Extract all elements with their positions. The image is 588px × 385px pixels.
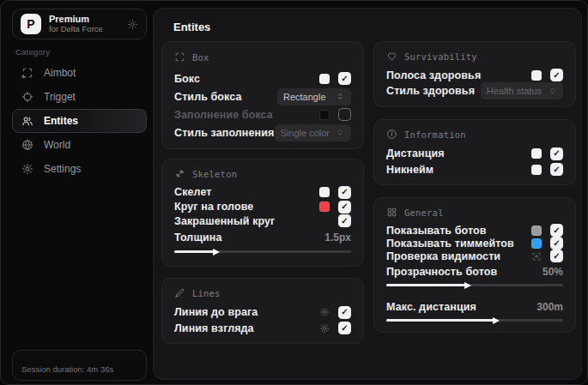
slider-fill — [386, 284, 466, 286]
check-icon: ✓ — [553, 71, 560, 80]
sidebar-nav: Aimbot Trigget Entites World Settings — [12, 61, 147, 181]
check-icon: ✓ — [553, 226, 560, 235]
sidebar-item-settings[interactable]: Settings — [12, 157, 147, 181]
slider-thumb[interactable] — [464, 282, 471, 289]
bots-opacity-slider[interactable] — [386, 284, 563, 286]
setting-row-enemy-line: Линия до врага ✓ — [174, 304, 351, 320]
checkbox[interactable]: ✓ — [338, 322, 351, 334]
section-title: Survivability — [404, 51, 477, 62]
sidebar-item-aimbot[interactable]: Aimbot — [12, 61, 147, 85]
checkbox[interactable]: ✓ — [338, 72, 351, 85]
setting-label: Скелет — [174, 186, 212, 198]
check-icon: ✓ — [553, 239, 560, 248]
main-panel: Entites Box Бокс ✓ Стиль бокса Rectangle — [153, 8, 582, 380]
color-swatch[interactable] — [531, 70, 542, 81]
section-box: Box Бокс ✓ Стиль бокса Rectangle Заполне… — [161, 41, 364, 149]
page-title: Entites — [173, 21, 210, 33]
thickness-slider-group: Толщина 1.5px — [174, 228, 351, 259]
dropdown-value: Single color — [281, 128, 330, 138]
check-icon: ✓ — [341, 202, 348, 211]
sidebar-item-trigget[interactable]: Trigget — [12, 85, 147, 109]
brand-title: Premium — [49, 14, 119, 25]
slider-value: 300m — [536, 301, 563, 313]
checkbox[interactable]: ✓ — [338, 201, 351, 214]
section-box-header: Box — [174, 51, 351, 63]
gear-icon[interactable] — [127, 19, 138, 30]
setting-row-bots-opacity: Прозрачность ботов 50% — [386, 262, 563, 280]
sidebar-item-label: Settings — [44, 163, 81, 175]
setting-row-show-teammates: Показывать тиммейтов ✓ — [386, 237, 563, 250]
setting-label: Закрашенный круг — [174, 215, 275, 227]
sidebar-item-world[interactable]: World — [12, 133, 147, 157]
scan-eye-icon[interactable] — [531, 251, 542, 262]
check-icon: ✓ — [341, 308, 348, 316]
color-swatch[interactable] — [319, 74, 330, 84]
check-icon: ✓ — [341, 217, 348, 226]
color-swatch[interactable] — [319, 187, 330, 197]
chevrons-up-down-icon — [336, 92, 345, 101]
checkbox[interactable]: ✓ — [550, 250, 563, 262]
section-title: General — [404, 208, 444, 218]
checkbox[interactable]: ✓ — [550, 69, 563, 81]
check-icon: ✓ — [553, 165, 560, 174]
fill-style-dropdown[interactable]: Single color — [275, 124, 351, 141]
checkbox[interactable]: ✓ — [550, 147, 563, 160]
checkbox[interactable]: ✓ — [338, 186, 351, 199]
max-distance-slider[interactable] — [386, 319, 563, 322]
app-window: P Premium for Delta Force Category Aimbo… — [0, 0, 588, 385]
checkbox[interactable]: ✓ — [338, 306, 351, 319]
setting-label: Бокс — [174, 73, 200, 85]
color-swatch[interactable] — [531, 148, 542, 159]
check-icon: ✓ — [341, 324, 348, 333]
checkbox[interactable]: ✓ — [338, 214, 351, 227]
crosshair-icon — [21, 91, 33, 103]
setting-row-distance: Дистанция ✓ — [386, 146, 563, 161]
setting-row-head-circle: Круг на голове ✓ — [174, 200, 351, 214]
chevrons-up-down-icon — [548, 87, 557, 96]
brand-card: P Premium for Delta Force — [12, 9, 147, 39]
sidebar-item-label: World — [44, 139, 70, 151]
setting-label: Линия взгляда — [174, 322, 254, 334]
sidebar-item-entites[interactable]: Entites — [12, 109, 147, 133]
checkbox[interactable]: ✓ — [550, 224, 563, 237]
sidebar-item-label: Entites — [44, 115, 78, 127]
slider-thumb[interactable] — [213, 249, 220, 256]
setting-label: Проверка видимости — [386, 250, 500, 262]
section-title: Lines — [192, 288, 221, 298]
setting-row-view-line: Линия взгляда ✓ — [174, 321, 351, 336]
color-swatch[interactable] — [531, 238, 542, 249]
section-title: Information — [404, 129, 466, 140]
setting-label: Показывать ботов — [386, 225, 487, 237]
section-skeleton: Skeleton Скелет ✓ Круг на голове ✓ Закра… — [161, 159, 364, 267]
gear-icon — [21, 163, 33, 175]
slider-value: 1.5px — [324, 232, 351, 244]
gear-icon[interactable] — [319, 323, 330, 334]
setting-label: Линия до врага — [174, 306, 258, 318]
section-title: Skeleton — [192, 169, 237, 179]
setting-row-fill-style: Стиль заполнения Single color — [174, 123, 351, 141]
color-swatch[interactable] — [319, 110, 330, 120]
box-scan-icon — [174, 51, 185, 63]
slider-thumb[interactable] — [493, 317, 500, 324]
gear-icon[interactable] — [319, 307, 330, 317]
setting-row-box-fill: Заполнение бокса — [174, 105, 351, 123]
color-swatch[interactable] — [531, 165, 542, 175]
setting-row-thickness: Толщина 1.5px — [174, 228, 351, 247]
color-swatch[interactable] — [319, 202, 330, 212]
session-duration: Session duration: 4m 36s — [21, 364, 113, 374]
setting-row-filled-circle: Закрашенный круг ✓ — [174, 214, 351, 228]
section-information: Information Дистанция ✓ Никнейм ✓ — [373, 119, 576, 185]
grid-icon — [386, 207, 397, 218]
setting-label: Прозрачность ботов — [386, 266, 497, 278]
sidebar-item-label: Trigget — [44, 91, 76, 103]
section-skeleton-header: Skeleton — [174, 168, 351, 179]
section-information-header: Information — [386, 129, 563, 140]
checkbox[interactable] — [338, 108, 351, 121]
thickness-slider[interactable] — [174, 250, 351, 253]
checkbox[interactable]: ✓ — [550, 163, 563, 176]
health-style-dropdown[interactable]: Health status — [481, 82, 563, 99]
color-swatch[interactable] — [531, 226, 542, 236]
box-style-dropdown[interactable]: Rectangle — [277, 88, 351, 105]
checkbox[interactable]: ✓ — [550, 237, 563, 250]
sidebar-item-label: Aimbot — [44, 67, 76, 79]
